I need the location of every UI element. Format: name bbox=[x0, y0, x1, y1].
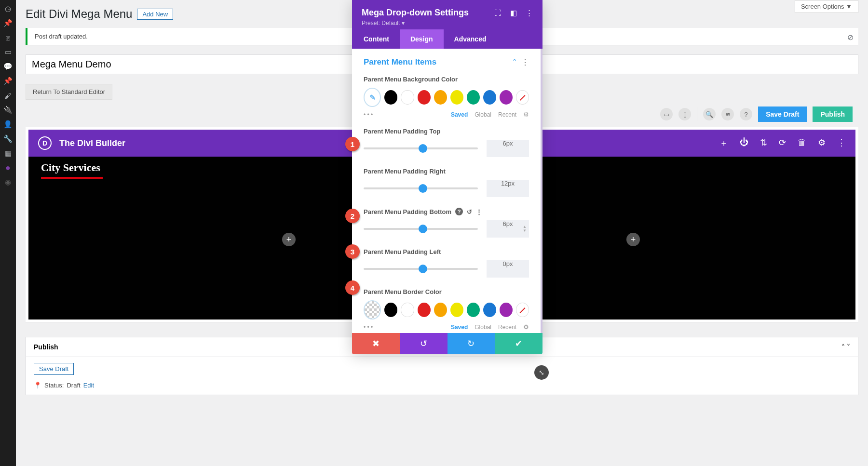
metabox-toggle-icons[interactable]: ˄ ˅ bbox=[841, 343, 850, 351]
swatch-orange[interactable] bbox=[434, 90, 447, 105]
divi-icon[interactable]: ● bbox=[3, 163, 13, 173]
users-icon[interactable]: 👤 bbox=[3, 120, 13, 129]
border-color-label: Parent Menu Border Color bbox=[364, 288, 529, 295]
section-more-icon[interactable]: ⋮ bbox=[521, 58, 529, 67]
slider-thumb[interactable] bbox=[419, 144, 427, 153]
tab-content[interactable]: Content bbox=[352, 29, 400, 49]
swatch-none[interactable] bbox=[516, 303, 529, 317]
key-icon: 📍 bbox=[34, 382, 41, 389]
modal-more-icon[interactable]: ⋮ bbox=[526, 9, 533, 17]
appearance-icon[interactable]: 🖌 bbox=[3, 91, 13, 100]
swatch-black[interactable] bbox=[384, 303, 397, 317]
layers-icon[interactable]: ≋ bbox=[721, 108, 734, 120]
help-icon[interactable]: ? bbox=[455, 208, 463, 215]
swatch-yellow[interactable] bbox=[450, 303, 463, 317]
resize-handle-icon[interactable]: ⤡ bbox=[534, 365, 549, 380]
swatch-global-tab[interactable]: Global bbox=[475, 324, 491, 331]
dismiss-notice-icon[interactable]: ⊘ bbox=[847, 33, 854, 42]
pin2-icon[interactable]: 📌 bbox=[3, 76, 13, 86]
reset-icon[interactable]: ↺ bbox=[467, 208, 472, 215]
gear-icon[interactable]: ⚙ bbox=[818, 137, 826, 149]
sort-icon[interactable]: ⇅ bbox=[760, 137, 767, 149]
swatch-green[interactable] bbox=[467, 303, 480, 317]
return-standard-editor-button[interactable]: Return To Standard Editor bbox=[26, 84, 112, 100]
swatch-blue[interactable] bbox=[483, 90, 496, 105]
add-new-button[interactable]: Add New bbox=[137, 9, 173, 20]
modal-undo-button[interactable]: ↺ bbox=[400, 333, 448, 354]
zoom-icon[interactable]: 🔍 bbox=[703, 108, 716, 120]
slider-thumb[interactable] bbox=[419, 265, 427, 273]
snap-icon[interactable]: ◧ bbox=[510, 9, 517, 17]
expand-icon[interactable]: ⛶ bbox=[494, 9, 502, 17]
eyedropper-swatch[interactable]: ✎ bbox=[364, 88, 381, 107]
mobile-view-icon[interactable]: ▯ bbox=[678, 108, 691, 120]
bg-color-swatches: ✎ bbox=[364, 88, 529, 107]
padding-top-value[interactable]: 6px bbox=[487, 140, 529, 157]
padding-right-value[interactable]: 12px bbox=[487, 180, 529, 197]
tab-advanced[interactable]: Advanced bbox=[444, 29, 497, 49]
desktop-view-icon[interactable]: ▭ bbox=[660, 108, 673, 120]
tools-icon[interactable]: 🔧 bbox=[3, 134, 13, 144]
swatch-transparent[interactable] bbox=[364, 300, 381, 320]
history-icon[interactable]: ⟳ bbox=[779, 137, 786, 149]
swatch-gear-icon[interactable]: ⚙ bbox=[523, 323, 529, 331]
settings-icon[interactable]: ▦ bbox=[3, 148, 13, 158]
dashboard-icon[interactable]: ◷ bbox=[3, 4, 13, 13]
pages-icon[interactable]: ▭ bbox=[3, 47, 13, 57]
swatch-white[interactable] bbox=[401, 90, 414, 105]
section-parent-menu-items[interactable]: Parent Menu Items ˄⋮ bbox=[364, 57, 529, 67]
padding-top-slider[interactable] bbox=[364, 147, 478, 149]
swatch-yellow[interactable] bbox=[450, 90, 463, 105]
builder-save-draft-button[interactable]: Save Draft bbox=[758, 107, 807, 122]
swatch-recent-tab[interactable]: Recent bbox=[498, 324, 516, 331]
pin-icon[interactable]: 📌 bbox=[3, 18, 13, 28]
swatch-purple[interactable] bbox=[500, 90, 513, 105]
padding-left-slider[interactable] bbox=[364, 268, 478, 270]
swatch-blue[interactable] bbox=[483, 303, 496, 317]
swatch-none[interactable] bbox=[516, 90, 529, 105]
swatch-orange[interactable] bbox=[434, 303, 447, 317]
help-icon[interactable]: ? bbox=[740, 108, 752, 120]
swatch-saved-tab[interactable]: Saved bbox=[451, 111, 468, 118]
padding-right-slider[interactable] bbox=[364, 187, 478, 189]
swatch-green[interactable] bbox=[467, 90, 480, 105]
save-draft-button[interactable]: Save Draft bbox=[34, 363, 74, 375]
swatch-black[interactable] bbox=[384, 90, 397, 105]
swatch-white[interactable] bbox=[401, 303, 414, 317]
media-icon[interactable]: ⎚ bbox=[3, 33, 13, 42]
modal-cancel-button[interactable]: ✖ bbox=[352, 333, 400, 354]
swatch-global-tab[interactable]: Global bbox=[475, 111, 491, 118]
swatch-purple[interactable] bbox=[500, 303, 513, 317]
field-more-icon[interactable]: ⋮ bbox=[476, 208, 482, 215]
plugins-icon[interactable]: 🔌 bbox=[3, 105, 13, 115]
swatch-saved-tab[interactable]: Saved bbox=[451, 324, 468, 331]
swatch-red[interactable] bbox=[418, 303, 431, 317]
modal-preset[interactable]: Preset: Default ▾ bbox=[362, 20, 533, 27]
tab-design[interactable]: Design bbox=[400, 29, 444, 49]
comments-icon[interactable]: 💬 bbox=[3, 62, 13, 71]
more-icon[interactable]: ⋮ bbox=[837, 137, 846, 149]
padding-left-value[interactable]: 0px bbox=[487, 260, 529, 278]
slider-thumb[interactable] bbox=[419, 184, 427, 193]
swatch-gear-icon[interactable]: ⚙ bbox=[523, 111, 529, 118]
builder-header-title: The Divi Builder bbox=[59, 138, 125, 148]
power-icon[interactable]: ⏻ bbox=[740, 137, 748, 149]
swatch-recent-tab[interactable]: Recent bbox=[498, 111, 516, 118]
add-module-left-button[interactable]: + bbox=[282, 233, 296, 246]
modal-redo-button[interactable]: ↻ bbox=[448, 333, 495, 354]
trash-icon[interactable]: 🗑 bbox=[798, 137, 806, 149]
stepper-icon[interactable]: ▲▼ bbox=[521, 220, 528, 238]
edit-status-link[interactable]: Edit bbox=[83, 382, 94, 389]
padding-bottom-slider[interactable] bbox=[364, 228, 478, 230]
screen-options-button[interactable]: Screen Options ▼ bbox=[795, 0, 858, 13]
divi2-icon[interactable]: ◉ bbox=[3, 177, 13, 187]
add-module-right-button[interactable]: + bbox=[626, 233, 640, 246]
swatch-more-icon[interactable]: • • • bbox=[364, 111, 373, 118]
slider-thumb[interactable] bbox=[419, 225, 427, 233]
modal-save-button[interactable]: ✔ bbox=[495, 333, 542, 354]
padding-bottom-value[interactable]: 6px▲▼ bbox=[487, 220, 529, 238]
swatch-red[interactable] bbox=[418, 90, 431, 105]
builder-publish-button[interactable]: Publish bbox=[813, 107, 853, 122]
add-icon[interactable]: ＋ bbox=[719, 137, 728, 149]
swatch-more-icon[interactable]: • • • bbox=[364, 324, 373, 331]
